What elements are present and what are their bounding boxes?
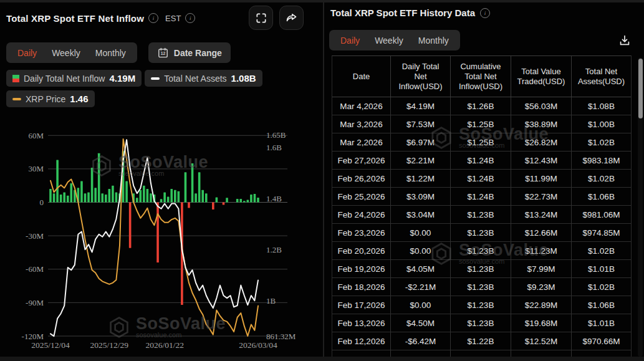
table-row: Feb 25,2026$3.09M$1.24B$22.73M$1.06B [332,188,631,206]
table-cell: $6.97M [391,133,451,151]
y-axis-right-tick: 1.65B [266,130,286,140]
table-tab-weekly[interactable]: Weekly [367,36,411,46]
table-cell: $38.89M [511,115,572,133]
y-axis-left-tick: -120M [22,332,44,341]
table-cell: $0.00 [391,242,451,259]
download-button[interactable] [617,32,633,51]
table-cell: $1.02B [572,278,631,296]
y-axis-left-tick: 0 [40,198,44,207]
history-table-panel: Total XRP Spot ETF History Data i DailyW… [324,2,644,357]
table-cell: $4.19M [391,97,451,115]
table-cell: $1.23B [451,242,511,259]
table-cell: $22.89M [511,296,572,314]
table-cell: $983.18M [572,152,631,169]
table-cell: $3.09M [391,188,451,205]
table-cell: $26.82M [511,133,572,151]
table-cell: $1.25B [451,133,511,151]
table-row: Feb 24,2026$3.04M$1.23B$13.24M$981.06M [332,206,631,224]
table-cell: $11.99M [511,170,572,187]
table-title: Total XRP Spot ETF History Data [330,7,475,18]
y-axis-right-tick: 861.32M [266,332,296,341]
sosovalue-xrp-etf-dashboard: Total XRP Spot ETF Net Inflow i EST i Da… [0,0,644,361]
table-cell: $1.02B [572,133,631,151]
net-inflow-chart-panel: Total XRP Spot ETF Net Inflow i EST i Da… [0,2,323,357]
table-cell: $1.24B [451,152,511,169]
table-cell: $1.26B [451,97,511,115]
table-cell: $0.00 [391,224,451,241]
table-cell: Feb 19,2026 [332,260,391,277]
table-cell: $1.00B [572,115,631,133]
table-cell: $12.66M [511,224,572,241]
inflow-price-combo-chart[interactable]: 60M30M0-30M-60M-90M-120M1.65B1.6B1.4B1.2… [0,2,323,357]
table-cell: $1.22B [451,332,511,350]
table-cell: Feb 18,2026 [332,278,391,296]
y-axis-right-tick: 1B [266,296,276,306]
table-tab-daily[interactable]: Daily [333,36,367,46]
table-cell: $1.23B [451,278,511,296]
table-row: Feb 12,2026-$6.42M$1.22B$12.52M$970.66M [332,332,631,350]
table-cell: $1.23B [451,206,511,223]
x-axis-tick: 2026/01/22 [145,340,184,350]
table-tab-monthly[interactable]: Monthly [411,36,456,46]
table-cell: $1.23B [451,224,511,241]
table-cell: Feb 24,2026 [332,206,391,223]
table-cell: $974.85M [572,224,631,241]
table-cell: Mar 3,2026 [332,115,391,133]
table-cell: Feb 12,2026 [332,332,391,350]
table-cell: $19.68M [511,314,572,332]
table-cell: $13.24M [511,206,572,223]
y-axis-left-tick: 30M [28,164,44,173]
column-header: Date [332,56,391,97]
table-cell: Feb 26,2026 [332,170,391,187]
table-header: Total XRP Spot ETF History Data i [330,7,490,18]
table-row: Feb 20,2026$0.00$1.23B$11.23M$1.02B [332,242,631,260]
table-scrollbar-thumb[interactable] [638,59,643,118]
table-cell: Feb 17,2026 [332,296,391,314]
table-cell: $56.03M [511,97,572,115]
table-row: Feb 23,2026$0.00$1.23B$12.66M$974.85M [332,224,631,242]
table-row: Mar 4,2026$4.19M$1.26B$56.03M$1.08B [332,97,631,115]
column-header: Daily Total Net Inflow(USD) [391,56,451,97]
y-axis-right-tick: 1.6B [266,143,282,152]
table-cell: $2.21M [391,152,451,169]
x-axis-tick: 2026/03/04 [239,340,277,350]
table-cell: $4.05M [391,260,451,277]
table-cell: $1.02B [572,242,631,259]
table-info-icon[interactable]: i [480,8,490,18]
x-axis-tick: 2025/12/29 [90,340,129,350]
table-cell: $970.66M [572,332,631,350]
table-body: Mar 4,2026$4.19M$1.26B$56.03M$1.08BMar 3… [332,97,631,357]
table-cell: $11.23M [511,242,572,259]
y-axis-left-tick: -90M [26,298,44,307]
column-header: Cumulative Total Net Inflow(USD) [451,56,511,97]
y-axis-left-tick: 60M [28,131,44,140]
table-cell: $9.23M [511,278,572,296]
table-cell: $1.01B [572,314,631,332]
table-cell: Mar 4,2026 [332,97,391,115]
history-data-table: DateDaily Total Net Inflow(USD)Cumulativ… [332,55,632,357]
table-cell: $4.50M [391,314,451,332]
y-axis-left-tick: -30M [26,231,44,241]
table-cell: $1.06B [572,296,631,314]
column-header: Total Value Traded(USD) [511,56,572,97]
table-cell: -$6.42M [391,332,451,350]
table-cell: Feb 13,2026 [332,314,391,332]
table-cell: $1.23B [451,296,511,314]
table-cell: $1.02B [572,170,631,187]
table-cell: $7.99M [511,260,572,277]
table-cell: $1.08B [572,97,631,115]
bottom-edge-strip [0,357,644,361]
table-cell: Feb 23,2026 [332,224,391,241]
table-cell: $1.23B [451,314,511,332]
y-axis-right-tick: 1.4B [266,194,282,203]
download-icon [618,34,632,47]
table-cell: $1.01B [572,260,631,277]
table-row: Feb 19,2026$4.05M$1.23B$7.99M$1.01B [332,260,631,278]
table-cell: $0.00 [391,296,451,314]
table-header-row: DateDaily Total Net Inflow(USD)Cumulativ… [332,56,631,97]
table-cell: Mar 2,2026 [332,133,391,151]
table-cell: $1.25B [451,115,511,133]
table-interval-tabs: DailyWeeklyMonthly [329,30,460,51]
table-row: Feb 18,2026-$2.21M$1.23B$9.23M$1.02B [332,278,631,296]
table-cell: $22.73M [511,188,572,205]
